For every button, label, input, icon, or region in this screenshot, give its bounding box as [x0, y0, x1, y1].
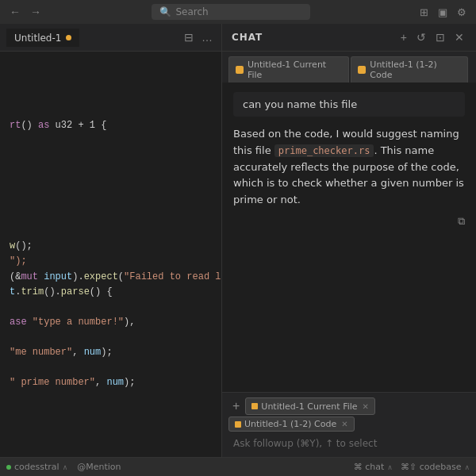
chip-close-icon[interactable]: ✕ — [363, 402, 369, 411]
editor-tab-bar: Untitled-1 ⊟ … — [0, 24, 221, 52]
search-area: 🔍 Search — [51, 4, 410, 20]
chat-header: CHAT + ↺ ⊡ ✕ — [222, 24, 476, 52]
chip-file-icon — [251, 403, 258, 409]
copy-button[interactable]: ⧉ — [458, 215, 465, 228]
code-line — [0, 58, 221, 73]
code-line — [0, 330, 221, 345]
code-line — [0, 163, 221, 178]
chat-close-button[interactable]: ✕ — [452, 31, 466, 44]
code-line — [0, 103, 221, 118]
chat-header-actions: + ↺ ⊡ ✕ — [398, 31, 466, 44]
chat-context-tabs: Untitled-1 Current File Untitled-1 (1-2)… — [222, 52, 476, 83]
chip-label: Untitled-1 Current File — [261, 401, 357, 412]
user-message-text: can you name this file — [243, 98, 357, 110]
chat-messages: can you name this file Based on the code… — [222, 83, 476, 392]
main-area: Untitled-1 ⊟ … rt() as u32 + 1 { w(); ")… — [0, 24, 476, 457]
file-icon — [236, 66, 244, 74]
mention-label: @Mention — [77, 462, 121, 472]
chevron-down-icon: ∧ — [63, 463, 68, 471]
chip-label: Untitled-1 (1-2) Code — [244, 419, 336, 429]
split-editor-button[interactable]: ⊟ — [182, 31, 196, 44]
code-line — [0, 178, 221, 194]
ctx-tab-label: Untitled-1 (1-2) Code — [370, 60, 461, 80]
code-line — [0, 300, 221, 315]
nav-buttons: ← → — [6, 5, 44, 19]
chat-mode-label: ⌘ chat — [354, 462, 385, 472]
search-bar: 🔍 Search — [152, 4, 310, 20]
code-line — [0, 360, 221, 375]
editor-content: rt() as u32 + 1 { w(); "); (&mut input).… — [0, 52, 221, 457]
chip-code-icon — [235, 421, 241, 428]
chat-title: CHAT — [232, 32, 263, 43]
chat-mode-item[interactable]: ⌘ chat ∧ — [354, 462, 393, 472]
chip-close-icon[interactable]: ✕ — [341, 420, 347, 428]
context-tab-code[interactable]: Untitled-1 (1-2) Code — [351, 56, 468, 83]
code-line — [0, 148, 221, 163]
editor-more-button[interactable]: … — [199, 31, 215, 44]
layout-button[interactable]: ⊞ — [416, 5, 432, 20]
code-line — [0, 73, 221, 88]
codesstral-item[interactable]: codesstral ∧ — [6, 462, 67, 472]
code-line: " prime number", num); — [0, 375, 221, 390]
ctx-tab-label: Untitled-1 Current File — [248, 60, 343, 80]
code-line — [0, 194, 221, 209]
split-button[interactable]: ▣ — [435, 5, 451, 20]
codebase-mode-label: ⌘⇧ codebase — [401, 462, 461, 472]
code-line: rt() as u32 + 1 { — [0, 118, 221, 133]
copy-icon-area: ⧉ — [233, 215, 465, 228]
mention-item[interactable]: @Mention — [77, 462, 121, 472]
back-button[interactable]: ← — [6, 5, 24, 19]
code-line — [0, 88, 221, 103]
code-line: w(); — [0, 239, 221, 254]
editor-pane: Untitled-1 ⊟ … rt() as u32 + 1 { w(); ")… — [0, 24, 222, 457]
unsaved-dot — [66, 35, 71, 40]
inline-code: prime_checker.rs — [274, 144, 374, 157]
context-tab-current-file[interactable]: Untitled-1 Current File — [228, 56, 349, 83]
editor-tab-untitled[interactable]: Untitled-1 — [6, 29, 79, 47]
chat-input-chips: + Untitled-1 Current File ✕ Untitled-1 (… — [228, 397, 470, 432]
code-line: t.trim().parse() { — [0, 285, 221, 300]
titlebar-actions: ⊞ ▣ ⚙ — [416, 5, 470, 20]
forward-button[interactable]: → — [27, 5, 44, 19]
code-line — [0, 209, 221, 224]
ai-message: Based on the code, I would suggest namin… — [233, 126, 465, 228]
chat-input-placeholder: Ask followup (⌘Y), ↑ to select — [233, 438, 465, 449]
chat-input-row: Ask followup (⌘Y), ↑ to select — [228, 435, 470, 452]
search-text: Search — [176, 6, 209, 17]
codesstral-label: codesstral — [14, 462, 60, 472]
code-line: (&mut input).expect("Failed to read line… — [0, 270, 221, 285]
chevron-codebase-icon: ∧ — [464, 463, 470, 471]
chip-code[interactable]: Untitled-1 (1-2) Code ✕ — [228, 416, 355, 432]
footer-right: ⌘ chat ∧ ⌘⇧ codebase ∧ — [354, 462, 470, 472]
code-line — [0, 133, 221, 148]
code-line: ase "type a number!"), — [0, 315, 221, 330]
user-message: can you name this file — [233, 92, 465, 117]
chip-current-file[interactable]: Untitled-1 Current File ✕ — [245, 397, 375, 415]
chat-history-button[interactable]: ↺ — [414, 31, 428, 44]
chat-maximize-button[interactable]: ⊡ — [433, 31, 447, 44]
settings-button[interactable]: ⚙ — [454, 5, 470, 20]
tab-name: Untitled-1 — [14, 33, 61, 44]
add-context-button[interactable]: + — [228, 397, 244, 415]
chat-add-button[interactable]: + — [398, 31, 409, 44]
chat-footer: codesstral ∧ @Mention ⌘ chat ∧ ⌘⇧ codeba… — [0, 457, 476, 476]
chevron-chat-icon: ∧ — [387, 463, 393, 471]
chat-input-area: + Untitled-1 Current File ✕ Untitled-1 (… — [222, 392, 476, 457]
chat-pane: CHAT + ↺ ⊡ ✕ Untitled-1 Current File Unt… — [222, 24, 476, 457]
code-line — [0, 224, 221, 239]
code-icon — [358, 66, 366, 74]
status-dot — [6, 465, 11, 470]
editor-tab-actions: ⊟ … — [182, 31, 215, 44]
titlebar: ← → 🔍 Search ⊞ ▣ ⚙ — [0, 0, 476, 24]
code-line: "); — [0, 254, 221, 269]
codebase-mode-item[interactable]: ⌘⇧ codebase ∧ — [401, 462, 470, 472]
code-line: "me number", num); — [0, 345, 221, 360]
search-icon: 🔍 — [159, 6, 171, 17]
